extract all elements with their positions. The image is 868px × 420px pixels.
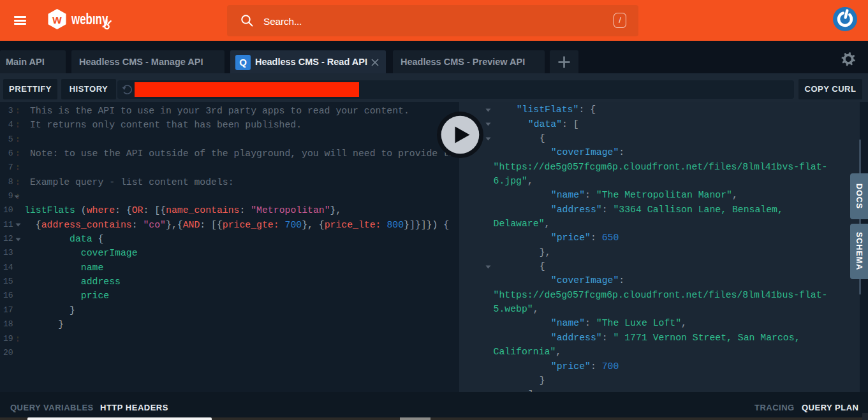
svg-text:w: w: [52, 13, 62, 26]
